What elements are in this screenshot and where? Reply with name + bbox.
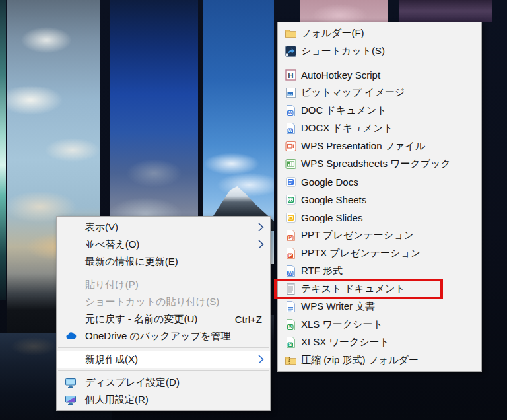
submenu-item-xls-worksheet[interactable]: S XLS ワークシート (278, 316, 481, 333)
display-settings-icon (65, 376, 77, 389)
menu-separator (58, 273, 269, 273)
svg-text:P: P (288, 252, 292, 258)
wps-presentation-icon (285, 140, 297, 153)
google-sheets-icon (285, 193, 297, 206)
chevron-right-icon (255, 355, 270, 364)
submenu-item-rtf-document[interactable]: W RTF 形式 (278, 262, 481, 280)
submenu-item-pptx-presentation[interactable]: P PPTX プレゼンテーション (278, 244, 481, 262)
google-docs-icon (285, 176, 297, 188)
menu-item-refresh[interactable]: 最新の情報に更新(E) (57, 253, 270, 270)
autohotkey-icon: H (285, 69, 297, 81)
desktop-context-menu: 表示(V) 並べ替え(O) 最新の情報に更新(E) 貼り付け(P) ショートカッ… (56, 216, 271, 411)
submenu-item-shortcut[interactable]: ショートカット(S) (278, 42, 481, 60)
svg-text:W: W (288, 270, 293, 276)
pptx-icon: P (285, 247, 297, 260)
submenu-item-ppt-presentation[interactable]: P PPT プレゼンテーション (278, 227, 481, 244)
submenu-item-wps-presentation[interactable]: WPS Presentation ファイル (278, 137, 481, 155)
menu-separator (58, 370, 269, 371)
submenu-item-google-sheets[interactable]: Google Sheets (278, 191, 481, 209)
doc-icon: W (285, 104, 297, 117)
menu-item-onedrive-backup[interactable]: OneDrive のバックアップを管理 (57, 328, 270, 345)
bitmap-image-icon (285, 87, 297, 99)
svg-text:S: S (288, 324, 292, 330)
menu-item-display-settings[interactable]: ディスプレイ設定(D) (57, 374, 270, 391)
submenu-item-folder[interactable]: フォルダー(F) (278, 24, 481, 42)
wps-writer-icon (285, 300, 297, 313)
chevron-right-icon (255, 223, 270, 232)
menu-item-new[interactable]: 新規作成(X) (57, 351, 270, 368)
google-slides-icon (285, 211, 297, 224)
xlsx-icon: S (285, 336, 297, 349)
keyboard-shortcut: Ctrl+Z (235, 314, 270, 325)
submenu-item-google-slides[interactable]: Google Slides (278, 209, 481, 227)
rtf-icon: W (285, 265, 297, 277)
submenu-item-xlsx-worksheet[interactable]: S XLSX ワークシート (278, 333, 481, 351)
submenu-item-wps-spreadsheets[interactable]: WPS Spreadsheets ワークブック (278, 155, 481, 173)
shortcut-icon (285, 45, 297, 57)
menu-item-paste-shortcut: ショートカットの貼り付け(S) (57, 293, 270, 310)
menu-separator (58, 347, 269, 348)
submenu-item-autohotkey-script[interactable]: H AutoHotkey Script (278, 66, 481, 84)
submenu-item-google-docs[interactable]: Google Docs (278, 173, 481, 191)
svg-text:W: W (288, 127, 293, 133)
submenu-item-docx-document[interactable]: W DOCX ドキュメント (278, 120, 481, 137)
wallpaper-strip-purple-sky (399, 0, 492, 22)
menu-separator (279, 63, 480, 63)
menu-item-personalize[interactable]: 個人用設定(R) (57, 391, 270, 408)
onedrive-cloud-icon (65, 330, 77, 343)
submenu-item-doc-document[interactable]: W DOC ドキュメント (278, 102, 481, 120)
submenu-item-wps-writer-document[interactable]: WPS Writer 文書 (278, 298, 481, 316)
chevron-right-icon (255, 240, 270, 249)
menu-item-paste: 貼り付け(P) (57, 276, 270, 293)
folder-icon (285, 27, 297, 40)
xls-icon: S (285, 318, 297, 331)
menu-item-view[interactable]: 表示(V) (57, 219, 270, 236)
svg-text:H: H (288, 71, 293, 79)
submenu-item-text-document[interactable]: テキスト ドキュメント (278, 280, 481, 298)
svg-text:P: P (288, 234, 292, 240)
zip-folder-icon (285, 354, 297, 367)
docx-icon: W (285, 122, 297, 135)
text-document-icon (285, 283, 297, 295)
submenu-item-bitmap-image[interactable]: ビットマップ イメージ (278, 84, 481, 102)
wallpaper-strip-teal (0, 0, 6, 300)
menu-item-undo-rename[interactable]: 元に戻す - 名前の変更(U) Ctrl+Z (57, 310, 270, 328)
ppt-icon: P (285, 229, 297, 242)
menu-item-sort-by[interactable]: 並べ替え(O) (57, 236, 270, 253)
svg-text:S: S (288, 341, 292, 347)
submenu-item-zip-folder[interactable]: 圧縮 (zip 形式) フォルダー (278, 351, 481, 369)
svg-text:W: W (288, 110, 293, 116)
personalization-icon (65, 394, 77, 406)
new-item-submenu: フォルダー(F) ショートカット(S) H AutoHotkey Script (277, 22, 482, 372)
wps-spreadsheets-icon (285, 158, 297, 170)
